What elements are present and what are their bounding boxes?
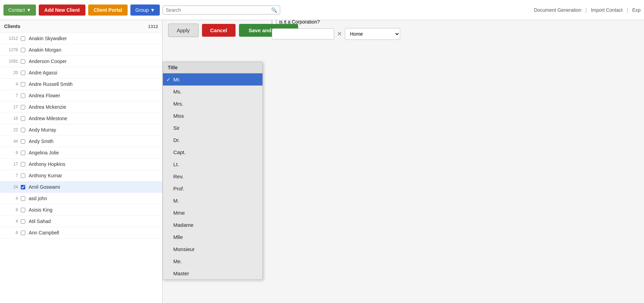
client-row[interactable]: 22Andy Murray	[0, 124, 162, 136]
title-option[interactable]: M.	[163, 195, 263, 207]
corporation-row: is it a Corporation?	[272, 20, 638, 25]
client-row[interactable]: 1276Anakin Morgan	[0, 44, 162, 56]
client-row[interactable]: 17Andrea Mckenzie	[0, 101, 162, 113]
title-option[interactable]: Mr.	[163, 73, 263, 86]
search-box: 🔍	[163, 6, 280, 15]
phone-field[interactable]	[272, 28, 334, 39]
title-option[interactable]: Master	[163, 267, 263, 279]
title-option[interactable]: Miss	[163, 110, 263, 122]
row-number: 8	[4, 230, 18, 235]
client-list: Clients 1312 1312Anakin Skywalker1276Ana…	[0, 20, 163, 303]
client-row[interactable]: 4Atil Sahad	[0, 216, 162, 227]
row-checkbox[interactable]	[21, 59, 25, 64]
group-button[interactable]: Group ▼	[130, 5, 160, 16]
contact-button[interactable]: Contact ▼	[3, 5, 36, 16]
row-number: 7	[4, 93, 18, 98]
title-option[interactable]: Mlle	[163, 231, 263, 243]
client-name: Andre Agassi	[29, 70, 158, 75]
row-checkbox[interactable]	[21, 162, 25, 167]
client-name: Atil Sahad	[29, 219, 158, 224]
client-name: Andrea Flower	[29, 93, 158, 98]
name-section: Hide ▲ ✕	[272, 20, 638, 40]
client-row[interactable]: 16Andrew Milestone	[0, 113, 162, 124]
row-checkbox[interactable]	[21, 93, 25, 98]
add-new-client-button[interactable]: Add New Client	[39, 5, 85, 16]
client-row[interactable]: 44Andy Smith	[0, 136, 162, 147]
row-checkbox[interactable]	[21, 71, 25, 75]
title-option[interactable]: Monsieur	[163, 243, 263, 255]
phone-clear-button[interactable]: ✕	[337, 30, 342, 38]
title-option[interactable]: Rev.	[163, 170, 263, 182]
client-list-title: Clients	[4, 24, 20, 29]
title-option[interactable]: Mrs.	[163, 98, 263, 110]
row-number: 16	[4, 116, 18, 121]
client-row[interactable]: 7Andrea Flower	[0, 90, 162, 101]
row-checkbox[interactable]	[21, 231, 25, 235]
row-checkbox[interactable]	[21, 219, 25, 224]
phone-type-select[interactable]: Home	[345, 28, 400, 40]
row-checkbox[interactable]	[21, 82, 25, 87]
row-checkbox[interactable]	[21, 36, 25, 41]
row-number: 9	[4, 150, 18, 155]
doc-gen-button[interactable]: Document Generation	[534, 7, 581, 13]
client-row[interactable]: 1091Anderson Cooper	[0, 56, 162, 67]
client-row[interactable]: 24Arnil Goswami	[0, 181, 162, 193]
client-name: Anderson Cooper	[29, 59, 158, 64]
row-number: 8	[4, 207, 18, 212]
row-checkbox[interactable]	[21, 208, 25, 212]
title-option[interactable]: Sir	[163, 122, 263, 134]
client-name: Andrea Mckenzie	[29, 104, 158, 110]
client-row[interactable]: 8Asisis King	[0, 204, 162, 216]
row-number: 22	[4, 127, 18, 132]
row-number: 24	[4, 185, 18, 189]
client-row[interactable]: 20Andre Agassi	[0, 67, 162, 79]
corporation-checkbox[interactable]	[272, 20, 276, 24]
title-option[interactable]: Capt.	[163, 146, 263, 158]
row-checkbox[interactable]	[21, 196, 25, 201]
row-checkbox[interactable]	[21, 128, 25, 132]
client-name: Anakin Skywalker	[29, 36, 158, 41]
title-options: Mr.Ms.Mrs.MissSirDr.Capt.Lt.Rev.Prof.M.M…	[163, 73, 263, 279]
row-number: 4	[4, 196, 18, 201]
row-checkbox[interactable]	[21, 116, 25, 121]
group-chevron-icon: ▼	[150, 7, 155, 13]
apply-button[interactable]: Apply	[168, 24, 199, 37]
row-checkbox[interactable]	[21, 139, 25, 144]
import-contact-button[interactable]: Import Contact	[591, 7, 623, 13]
main-content: Clients 1312 1312Anakin Skywalker1276Ana…	[0, 20, 644, 303]
client-row[interactable]: 4asd john	[0, 193, 162, 204]
client-row[interactable]: 7Anthony Kumar	[0, 170, 162, 181]
title-dropdown[interactable]: Title Mr.Ms.Mrs.MissSirDr.Capt.Lt.Rev.Pr…	[163, 62, 263, 280]
client-row[interactable]: 9Angelina Jolie	[0, 147, 162, 159]
search-input[interactable]	[166, 7, 269, 13]
row-checkbox[interactable]	[21, 185, 25, 189]
exp-button[interactable]: Exp	[632, 7, 641, 13]
corporation-label: is it a Corporation?	[279, 20, 320, 25]
contact-label: Contact	[8, 7, 25, 13]
title-option[interactable]: Lt.	[163, 158, 263, 170]
sep1: |	[586, 7, 587, 13]
client-row[interactable]: 4Andre Russell Smith	[0, 79, 162, 90]
title-option[interactable]: Mme	[163, 207, 263, 219]
row-number: 44	[4, 139, 18, 144]
client-name: Angelina Jolie	[29, 150, 158, 155]
client-name: Anthony Hopkins	[29, 161, 158, 167]
client-row[interactable]: 8Ann Campbell	[0, 227, 162, 239]
row-checkbox[interactable]	[21, 173, 25, 178]
cancel-button[interactable]: Cancel	[202, 24, 236, 37]
client-row[interactable]: 1312Anakin Skywalker	[0, 33, 162, 44]
title-option[interactable]: Madame	[163, 219, 263, 231]
client-portal-button[interactable]: Client Portal	[88, 5, 128, 16]
title-option[interactable]: Me.	[163, 255, 263, 267]
title-option[interactable]: Prof.	[163, 182, 263, 195]
row-checkbox[interactable]	[21, 48, 25, 52]
row-checkbox[interactable]	[21, 151, 25, 155]
client-row[interactable]: 17Anthony Hopkins	[0, 159, 162, 170]
client-rows: 1312Anakin Skywalker1276Anakin Morgan109…	[0, 33, 162, 239]
client-list-count: 1312	[148, 24, 158, 29]
title-option[interactable]: Dr.	[163, 134, 263, 146]
client-name: Andy Murray	[29, 127, 158, 133]
client-name: Anthony Kumar	[29, 173, 158, 178]
title-option[interactable]: Ms.	[163, 86, 263, 98]
row-checkbox[interactable]	[21, 105, 25, 109]
